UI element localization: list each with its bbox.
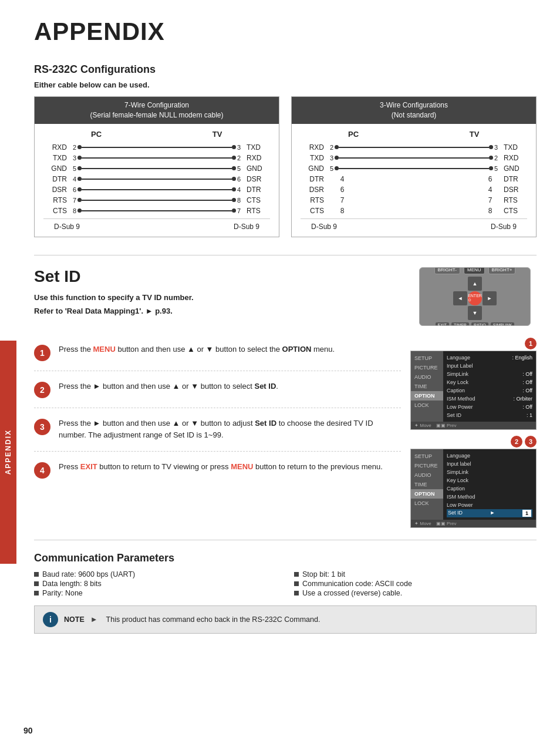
step-2-text: Press the ► button and then use ▲ or ▼ b… [59, 381, 401, 393]
steps-and-screenshots: 1 Press the MENU button and then use ▲ o… [34, 338, 537, 528]
wire-row: RXD 2 3 TXD [43, 143, 270, 152]
step-3: 3 Press the ► button and then use ▲ or ▼… [34, 418, 401, 452]
step-3-number: 3 [34, 419, 50, 435]
step-1-number: 1 [34, 345, 50, 361]
note-arrow: ► [90, 615, 98, 624]
wire-row: RTS 7 7 RTS [301, 196, 527, 204]
wire-row: TXD 3 2 RXD [301, 154, 527, 162]
wire-config-7: 7-Wire Configuration (Serial female-fema… [34, 96, 279, 237]
wire-row: CTS 8 8 CTS [301, 207, 527, 215]
sidebar-label: APPENDIX [0, 341, 16, 564]
wire-row: DTR 4 6 DSR [43, 175, 270, 183]
comm-params-title: Communication Parameters [34, 552, 537, 564]
wire-row: RXD 2 3 TXD [301, 143, 527, 152]
section-divider-2 [34, 540, 537, 540]
rs232c-heading: RS-232C Configurations [34, 63, 537, 76]
wire-config-3-header: 3-Wire Configurations (Not standard) [292, 97, 536, 124]
comm-params-grid: Baud rate: 9600 bps (UART) Stop bit: 1 b… [34, 570, 537, 597]
page-number: 90 [23, 726, 33, 735]
comm-param-item: Stop bit: 1 bit [294, 570, 537, 578]
setid-title: Set ID [34, 267, 407, 286]
wire-row: RTS 7 8 CTS [43, 196, 270, 204]
steps-list: 1 Press the MENU button and then use ▲ o… [34, 344, 401, 528]
remote-control-image: BRIGHT- MENU BRIGHT+ ▲ ◄ ENTER⊙ ► ▼ [419, 267, 531, 326]
comm-param-item: Baud rate: 9600 bps (UART) [34, 570, 276, 578]
comm-param-item: Use a crossed (reverse) cable. [294, 589, 537, 597]
wire-row: CTS 8 7 RTS [43, 207, 270, 215]
step-4: 4 Press EXIT button to return to TV view… [34, 461, 401, 488]
step-2: 2 Press the ► button and then use ▲ or ▼… [34, 381, 401, 408]
wire-configs: 7-Wire Configuration (Serial female-fema… [34, 96, 537, 237]
bullet-icon [34, 591, 39, 595]
step-1-text: Press the MENU button and then use ▲ or … [59, 344, 401, 356]
section-divider [34, 255, 537, 255]
bullet-icon [34, 572, 39, 577]
note-icon: i [43, 612, 58, 627]
wire-config-7-header: 7-Wire Configuration (Serial female-fema… [35, 97, 279, 124]
menu-screenshot-2: 2 3 SETUP PICTURE AUDIO TIME OPTION LOCK [410, 436, 537, 528]
wire-row: DTR 4 6 DTR [301, 175, 527, 183]
bullet-icon [294, 572, 299, 577]
comm-param-item: Communication code: ASCII code [294, 580, 537, 588]
setid-desc2: Refer to 'Real Data Mapping1'. ► p.93. [34, 305, 407, 317]
note-box: i NOTE ► This product has command echo b… [34, 605, 537, 634]
comm-params-section: Communication Parameters Baud rate: 9600… [34, 552, 537, 634]
comm-param-item: Data length: 8 bits [34, 580, 276, 588]
wire-row: TXD 3 2 RXD [43, 154, 270, 162]
bullet-icon [294, 581, 299, 586]
step-1: 1 Press the MENU button and then use ▲ o… [34, 344, 401, 371]
wire-config-3: 3-Wire Configurations (Not standard) PC … [291, 96, 537, 237]
rs232c-subheading: Either cable below can be used. [34, 80, 537, 89]
wire-row: DSR 6 4 DSR [301, 186, 527, 194]
wire-row: GND 5 5 GND [301, 164, 527, 173]
page-title: APPENDIX [34, 18, 537, 46]
step-3-text: Press the ► button and then use ▲ or ▼ b… [59, 418, 401, 442]
note-text: This product has command echo back in th… [106, 615, 321, 624]
setid-section: Set ID Use this function to specify a TV… [34, 267, 537, 326]
setid-desc1: Use this function to specify a TV ID num… [34, 292, 407, 304]
step-2-number: 2 [34, 382, 50, 398]
step-4-number: 4 [34, 462, 50, 479]
note-label: NOTE [64, 615, 85, 624]
nav-cross: ▲ ◄ ENTER⊙ ► ▼ [453, 277, 497, 320]
screenshots-panel: 1 SETUP PICTURE AUDIO TIME OPTION LOCK L… [410, 338, 537, 528]
bullet-icon [34, 581, 39, 586]
comm-param-item: Parity: None [34, 589, 276, 597]
wire-row: GND 5 5 GND [43, 164, 270, 173]
menu-screenshot-1: 1 SETUP PICTURE AUDIO TIME OPTION LOCK L… [410, 338, 537, 430]
bullet-icon [294, 591, 299, 595]
step-4-text: Press EXIT button to return to TV viewin… [59, 461, 401, 473]
wire-row: DSR 6 4 DTR [43, 186, 270, 194]
